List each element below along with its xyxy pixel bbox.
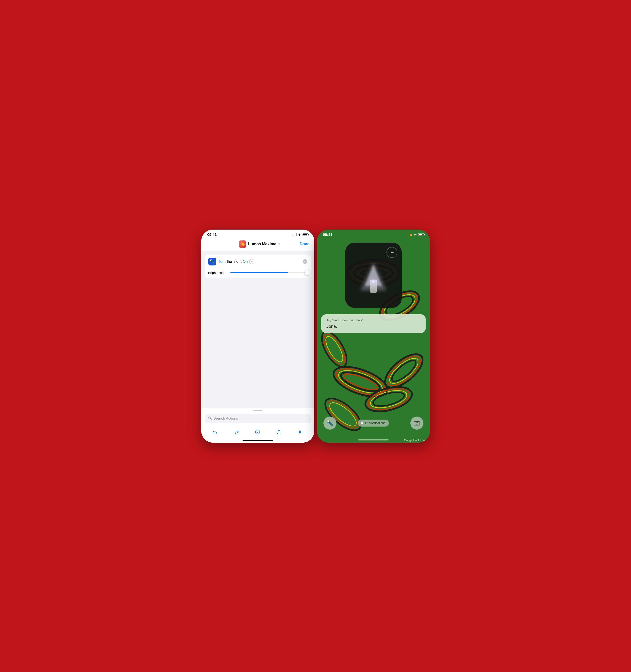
redo-button[interactable] [232,428,241,436]
search-bar[interactable]: Search Actions [205,414,311,423]
drag-handle[interactable] [253,410,262,411]
chevron-down-icon[interactable]: ▾ [278,242,280,246]
app-icon: ☀️ [239,240,246,248]
action-chevron-icon[interactable] [249,259,254,264]
search-actions-label: Search Actions [214,416,238,421]
right-phone: 09:41 [317,230,430,442]
share-button[interactable] [274,428,283,436]
turn-label[interactable]: Turn [218,259,226,264]
done-button[interactable]: Done [299,242,309,246]
search-icon [208,416,212,421]
content-area [201,278,314,408]
svg-marker-5 [299,430,302,434]
wifi-icon [298,233,301,236]
bottom-widgets: 🔦 12 Notifications [317,416,430,430]
on-label[interactable]: On [243,259,248,264]
brightness-label: Brightness [208,271,228,274]
status-bar-left: 09:41 [201,230,314,238]
toolbar [205,426,311,440]
left-phone: 09:41 ☀️ [201,230,314,442]
svg-point-4 [257,431,258,431]
status-time-right: 09:41 [323,233,332,237]
action-close-button[interactable]: ✕ [302,259,307,264]
nav-title: ☀️ Lumos Maxima ▾ [239,240,280,248]
right-status-icons [410,233,424,236]
gadget-hacks-label: GadgetHacks.com [404,438,427,442]
undo-button[interactable] [211,428,220,436]
recording-dot-icon [410,234,412,236]
brightness-row: Brightness [208,268,307,274]
status-time-left: 09:41 [208,233,217,237]
svg-line-1 [211,418,212,419]
siri-bubble: Hey Siri Lumos maxima ✓ Done. [321,314,426,333]
brightness-control-icon[interactable] [386,247,397,258]
battery-icon [302,233,308,236]
action-card: 🔦 Turn flashlight On ✕ Brightness [205,255,311,278]
notification-dot-icon [361,422,363,424]
play-button[interactable] [296,428,305,436]
flashlight-widget-button[interactable]: 🔦 [323,416,337,430]
info-button[interactable] [253,428,262,436]
action-text: Turn flashlight On [218,259,299,264]
svg-point-43 [416,422,418,424]
notifications-count: 12 Notifications [365,421,386,425]
status-bar-right: 09:41 [317,230,430,238]
notifications-pill[interactable]: 12 Notifications [358,419,389,427]
siri-response: Done. [325,324,421,329]
app-name-label: Lumos Maxima [248,242,276,246]
flashlight-widget [345,243,402,308]
flashlight-beam [360,258,386,293]
battery-icon-right [418,233,424,236]
nav-bar-left: ☀️ Lumos Maxima ▾ Done [201,238,314,251]
bottom-area: Search Actions [201,408,314,442]
home-indicator-right [358,439,389,440]
siri-prompt: Hey Siri Lumos maxima ✓ [325,318,421,322]
flashlight-body [370,280,377,293]
flashlight-action-icon: 🔦 [208,258,216,265]
outer-container: 09:41 ☀️ [193,222,438,451]
home-indicator-left [243,440,273,441]
camera-widget-button[interactable] [410,416,423,430]
flashlight-label: flashlight [227,259,242,264]
svg-point-37 [391,251,393,253]
brightness-slider[interactable] [230,272,307,273]
status-icons-left [293,233,308,236]
action-row: 🔦 Turn flashlight On ✕ [208,258,307,265]
wifi-icon-right [413,234,417,236]
signal-bars-icon [293,233,296,236]
